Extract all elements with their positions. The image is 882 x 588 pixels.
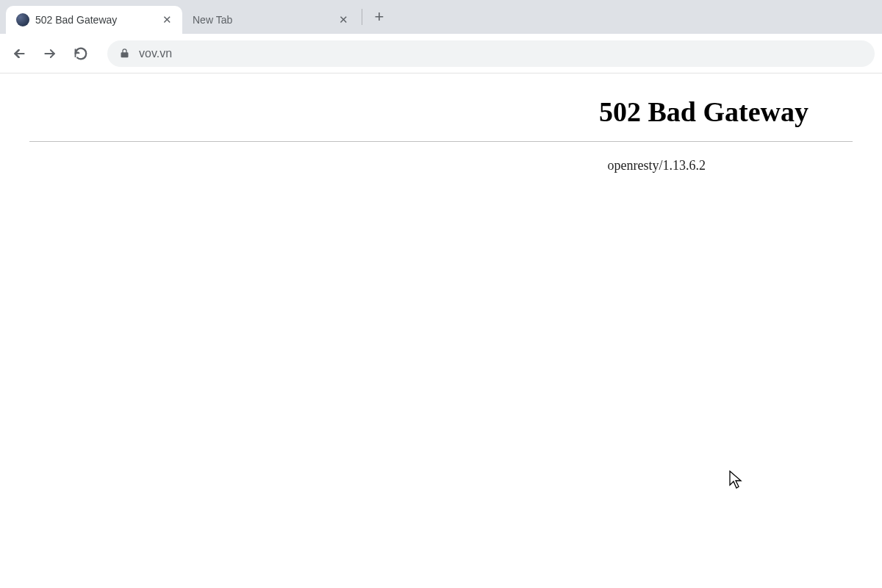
divider: [29, 141, 853, 142]
tab-strip: 502 Bad Gateway ✕ New Tab ✕ +: [0, 0, 882, 34]
close-icon[interactable]: ✕: [160, 13, 173, 26]
url-text: vov.vn: [139, 47, 172, 60]
cursor-icon: [729, 470, 744, 492]
tab-title: New Tab: [193, 14, 331, 26]
address-bar[interactable]: vov.vn: [107, 40, 875, 67]
favicon-icon: [16, 13, 29, 26]
server-info: openresty/1.13.6.2: [29, 158, 853, 173]
tab-inactive[interactable]: New Tab ✕: [182, 6, 359, 34]
reload-button[interactable]: [69, 42, 93, 65]
lock-icon: [119, 48, 130, 59]
new-tab-button[interactable]: +: [367, 4, 392, 29]
tab-active[interactable]: 502 Bad Gateway ✕: [6, 6, 182, 34]
arrow-left-icon: [12, 46, 26, 61]
reload-icon: [74, 46, 88, 61]
tab-separator: [362, 9, 362, 25]
error-heading: 502 Bad Gateway: [29, 96, 853, 128]
tab-title: 502 Bad Gateway: [35, 14, 154, 26]
forward-button[interactable]: [38, 42, 62, 65]
page-content: 502 Bad Gateway openresty/1.13.6.2: [0, 74, 882, 188]
arrow-right-icon: [43, 46, 57, 61]
toolbar: vov.vn: [0, 34, 882, 74]
close-icon[interactable]: ✕: [337, 13, 350, 26]
back-button[interactable]: [7, 42, 31, 65]
